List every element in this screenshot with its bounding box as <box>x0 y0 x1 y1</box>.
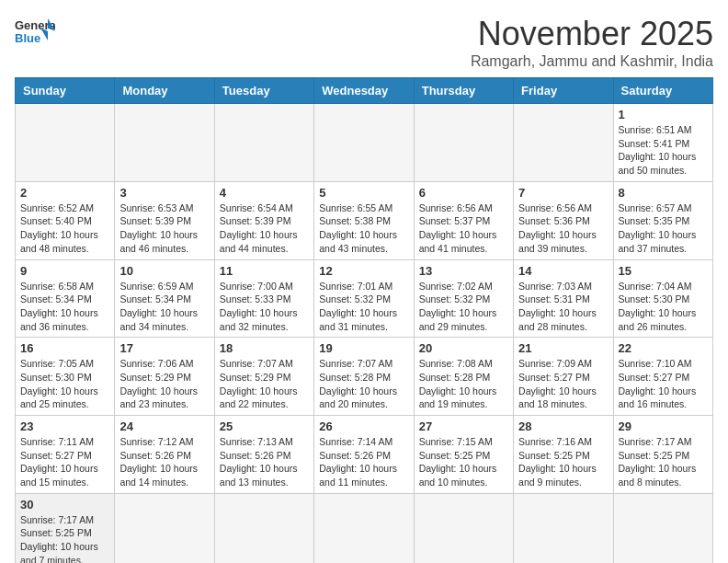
table-row <box>314 104 414 182</box>
table-row: 26Sunrise: 7:14 AMSunset: 5:26 PMDayligh… <box>314 416 414 494</box>
calendar-week-row: 2Sunrise: 6:52 AMSunset: 5:40 PMDaylight… <box>16 181 713 259</box>
day-number: 4 <box>220 186 309 200</box>
day-number: 5 <box>319 186 408 200</box>
table-row <box>214 104 313 182</box>
table-row: 24Sunrise: 7:12 AMSunset: 5:26 PMDayligh… <box>115 416 214 494</box>
day-info: Sunrise: 7:05 AMSunset: 5:30 PMDaylight:… <box>20 357 109 411</box>
table-row: 18Sunrise: 7:07 AMSunset: 5:29 PMDayligh… <box>214 338 313 416</box>
day-number: 30 <box>20 498 109 511</box>
day-number: 10 <box>119 264 209 278</box>
day-number: 11 <box>220 264 309 278</box>
table-row: 30Sunrise: 7:17 AMSunset: 5:25 PMDayligh… <box>16 493 115 563</box>
day-number: 29 <box>619 419 708 433</box>
day-number: 18 <box>220 341 309 355</box>
day-info: Sunrise: 7:11 AMSunset: 5:27 PMDaylight:… <box>20 435 109 489</box>
table-row: 3Sunrise: 6:53 AMSunset: 5:39 PMDaylight… <box>115 181 214 259</box>
header-friday: Friday <box>514 78 613 104</box>
day-number: 23 <box>20 419 109 433</box>
table-row: 23Sunrise: 7:11 AMSunset: 5:27 PMDayligh… <box>16 416 115 494</box>
header-thursday: Thursday <box>414 78 513 104</box>
logo-area: General Blue <box>15 15 55 48</box>
table-row: 15Sunrise: 7:04 AMSunset: 5:30 PMDayligh… <box>613 259 712 338</box>
table-row <box>115 104 214 182</box>
day-info: Sunrise: 6:54 AMSunset: 5:39 PMDaylight:… <box>220 201 309 256</box>
table-row: 27Sunrise: 7:15 AMSunset: 5:25 PMDayligh… <box>414 416 513 494</box>
day-info: Sunrise: 7:00 AMSunset: 5:33 PMDaylight:… <box>220 280 309 334</box>
day-number: 9 <box>20 264 109 278</box>
table-row: 12Sunrise: 7:01 AMSunset: 5:32 PMDayligh… <box>314 259 414 338</box>
day-info: Sunrise: 7:12 AMSunset: 5:26 PMDaylight:… <box>119 435 209 489</box>
location-subtitle: Ramgarh, Jammu and Kashmir, India <box>471 53 713 70</box>
day-number: 14 <box>518 264 608 278</box>
day-number: 13 <box>419 264 508 278</box>
day-info: Sunrise: 7:01 AMSunset: 5:32 PMDaylight:… <box>319 280 408 334</box>
svg-text:Blue: Blue <box>15 31 40 45</box>
table-row <box>613 493 712 563</box>
month-title: November 2025 <box>471 15 713 53</box>
day-number: 17 <box>119 341 209 355</box>
logo-icon: General Blue <box>15 15 55 48</box>
day-info: Sunrise: 7:10 AMSunset: 5:27 PMDaylight:… <box>619 357 708 411</box>
table-row: 19Sunrise: 7:07 AMSunset: 5:28 PMDayligh… <box>314 338 414 416</box>
header-saturday: Saturday <box>613 78 712 104</box>
day-number: 3 <box>119 186 209 200</box>
table-row: 17Sunrise: 7:06 AMSunset: 5:29 PMDayligh… <box>115 338 214 416</box>
table-row <box>214 493 313 563</box>
day-number: 27 <box>419 419 508 433</box>
table-row: 11Sunrise: 7:00 AMSunset: 5:33 PMDayligh… <box>214 259 313 338</box>
calendar-week-row: 30Sunrise: 7:17 AMSunset: 5:25 PMDayligh… <box>16 493 713 563</box>
table-row: 22Sunrise: 7:10 AMSunset: 5:27 PMDayligh… <box>613 338 712 416</box>
header-monday: Monday <box>115 78 214 104</box>
header-wednesday: Wednesday <box>314 78 414 104</box>
logo: General Blue <box>15 15 55 48</box>
table-row <box>414 493 513 563</box>
table-row <box>414 104 513 182</box>
table-row <box>514 104 613 182</box>
day-info: Sunrise: 7:17 AMSunset: 5:25 PMDaylight:… <box>619 435 708 489</box>
title-area: November 2025 Ramgarh, Jammu and Kashmir… <box>471 15 713 70</box>
day-info: Sunrise: 6:59 AMSunset: 5:34 PMDaylight:… <box>119 280 209 334</box>
day-info: Sunrise: 7:13 AMSunset: 5:26 PMDaylight:… <box>220 435 309 489</box>
table-row: 9Sunrise: 6:58 AMSunset: 5:34 PMDaylight… <box>16 259 115 338</box>
calendar-week-row: 23Sunrise: 7:11 AMSunset: 5:27 PMDayligh… <box>16 416 713 494</box>
day-info: Sunrise: 7:14 AMSunset: 5:26 PMDaylight:… <box>319 435 408 489</box>
table-row <box>16 104 115 182</box>
calendar-header-row: Sunday Monday Tuesday Wednesday Thursday… <box>16 78 713 104</box>
day-info: Sunrise: 7:06 AMSunset: 5:29 PMDaylight:… <box>119 357 209 411</box>
table-row: 10Sunrise: 6:59 AMSunset: 5:34 PMDayligh… <box>115 259 214 338</box>
day-number: 19 <box>319 341 408 355</box>
calendar-week-row: 16Sunrise: 7:05 AMSunset: 5:30 PMDayligh… <box>16 338 713 416</box>
table-row: 6Sunrise: 6:56 AMSunset: 5:37 PMDaylight… <box>414 181 513 259</box>
header: General Blue November 2025 Ramgarh, Jamm… <box>15 15 713 70</box>
table-row: 5Sunrise: 6:55 AMSunset: 5:38 PMDaylight… <box>314 181 414 259</box>
day-info: Sunrise: 7:04 AMSunset: 5:30 PMDaylight:… <box>619 280 708 334</box>
table-row: 14Sunrise: 7:03 AMSunset: 5:31 PMDayligh… <box>514 259 613 338</box>
day-number: 15 <box>619 264 708 278</box>
header-tuesday: Tuesday <box>214 78 313 104</box>
table-row <box>115 493 214 563</box>
day-number: 25 <box>220 419 309 433</box>
day-info: Sunrise: 7:08 AMSunset: 5:28 PMDaylight:… <box>419 357 508 411</box>
day-info: Sunrise: 6:51 AMSunset: 5:41 PMDaylight:… <box>619 123 708 178</box>
day-info: Sunrise: 7:03 AMSunset: 5:31 PMDaylight:… <box>518 280 608 334</box>
day-number: 6 <box>419 186 508 200</box>
day-info: Sunrise: 7:16 AMSunset: 5:25 PMDaylight:… <box>518 435 608 489</box>
day-number: 12 <box>319 264 408 278</box>
day-info: Sunrise: 6:55 AMSunset: 5:38 PMDaylight:… <box>319 201 408 256</box>
day-number: 20 <box>419 341 508 355</box>
day-info: Sunrise: 6:57 AMSunset: 5:35 PMDaylight:… <box>619 201 708 256</box>
table-row: 7Sunrise: 6:56 AMSunset: 5:36 PMDaylight… <box>514 181 613 259</box>
day-number: 1 <box>619 108 708 121</box>
table-row: 21Sunrise: 7:09 AMSunset: 5:27 PMDayligh… <box>514 338 613 416</box>
day-number: 8 <box>619 186 708 200</box>
table-row: 2Sunrise: 6:52 AMSunset: 5:40 PMDaylight… <box>16 181 115 259</box>
day-info: Sunrise: 7:17 AMSunset: 5:25 PMDaylight:… <box>20 513 109 563</box>
table-row: 28Sunrise: 7:16 AMSunset: 5:25 PMDayligh… <box>514 416 613 494</box>
table-row: 1Sunrise: 6:51 AMSunset: 5:41 PMDaylight… <box>613 104 712 182</box>
day-number: 2 <box>20 186 109 200</box>
table-row: 20Sunrise: 7:08 AMSunset: 5:28 PMDayligh… <box>414 338 513 416</box>
calendar-week-row: 1Sunrise: 6:51 AMSunset: 5:41 PMDaylight… <box>16 104 713 182</box>
table-row <box>514 493 613 563</box>
day-number: 26 <box>319 419 408 433</box>
day-number: 24 <box>119 419 209 433</box>
